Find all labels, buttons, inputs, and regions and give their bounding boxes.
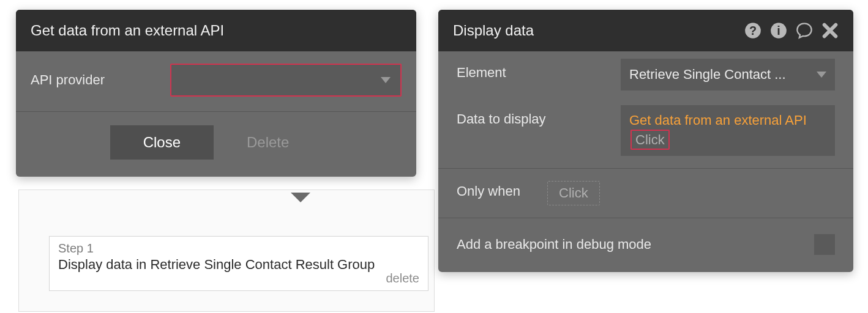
api-provider-select[interactable]: [170, 64, 402, 97]
only-when-label: Only when: [457, 181, 530, 199]
close-icon[interactable]: [821, 22, 839, 39]
expression-click-token[interactable]: Click: [630, 130, 670, 150]
button-row: Close Delete: [16, 111, 416, 177]
svg-text:i: i: [777, 24, 780, 37]
panel-body: Element Retrieve Single Contact ... Data…: [438, 51, 853, 272]
element-label: Element: [457, 59, 604, 81]
svg-text:?: ?: [749, 24, 757, 37]
comment-icon[interactable]: [796, 22, 813, 39]
element-select[interactable]: Retrieve Single Contact ...: [621, 59, 835, 90]
element-value: Retrieve Single Contact ...: [629, 67, 786, 83]
only-when-value: Click: [547, 181, 600, 205]
breakpoint-label: Add a breakpoint in debug mode: [457, 237, 651, 252]
only-when-row: Only when Click: [438, 174, 853, 213]
step-number-label: Step 1: [58, 241, 419, 256]
panel-body: API provider Close Delete: [16, 51, 416, 177]
divider: [438, 168, 853, 169]
delete-button[interactable]: Delete: [214, 125, 322, 160]
close-button[interactable]: Close: [110, 125, 214, 160]
help-icon[interactable]: ?: [744, 22, 761, 39]
display-data-panel: Display data ? i Element Retrieve Single…: [438, 10, 853, 272]
divider: [438, 218, 853, 218]
panel-pointer-icon: [291, 193, 310, 202]
workflow-step-card[interactable]: Step 1 Display data in Retrieve Single C…: [49, 236, 428, 291]
data-to-display-expression[interactable]: Get data from an external API Click: [621, 105, 835, 156]
chevron-down-icon: [381, 77, 391, 83]
only-when-click-token[interactable]: Click: [547, 181, 600, 205]
api-provider-row: API provider: [16, 51, 416, 111]
breakpoint-checkbox[interactable]: [814, 234, 835, 255]
step-title: Display data in Retrieve Single Contact …: [58, 256, 419, 274]
data-to-display-row: Data to display Get data from an externa…: [438, 98, 853, 163]
panel-header: Get data from an external API: [16, 10, 416, 51]
header-icons: ? i: [744, 22, 839, 39]
api-provider-label: API provider: [31, 72, 153, 88]
breakpoint-row: Add a breakpoint in debug mode: [438, 223, 853, 272]
api-call-editor-panel: Get data from an external API API provid…: [16, 10, 416, 177]
expression-segment[interactable]: Get data from an external API: [629, 112, 807, 128]
panel-header: Display data ? i: [438, 10, 853, 51]
panel-title: Display data: [453, 22, 534, 39]
info-icon[interactable]: i: [770, 22, 787, 39]
panel-title: Get data from an external API: [31, 22, 224, 39]
chevron-down-icon: [817, 72, 826, 78]
element-row: Element Retrieve Single Contact ...: [438, 51, 853, 98]
data-to-display-label: Data to display: [457, 105, 604, 127]
